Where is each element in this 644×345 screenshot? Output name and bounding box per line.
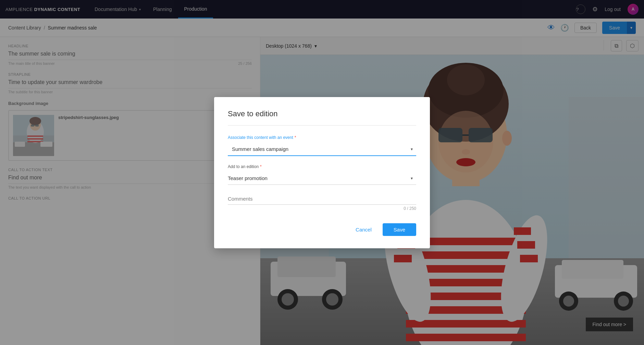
event-field-label: Associate this content with an event *	[228, 135, 416, 140]
event-select-wrapper: Summer sales campaign Winter campaign Bl…	[228, 143, 416, 156]
edition-select[interactable]: Teaser promotion Main promotion Closing …	[228, 172, 416, 185]
edition-required: *	[260, 164, 262, 169]
comments-counter: 0 / 250	[228, 206, 416, 211]
cancel-button[interactable]: Cancel	[350, 223, 377, 236]
edition-select-wrapper: Teaser promotion Main promotion Closing …	[228, 172, 416, 185]
edition-field-label: Add to an edition *	[228, 164, 416, 169]
edition-field: Add to an edition * Teaser promotion Mai…	[228, 164, 416, 185]
comments-input[interactable]	[228, 193, 416, 205]
event-field: Associate this content with an event * S…	[228, 135, 416, 156]
modal-title: Save to edition	[228, 109, 416, 126]
event-required: *	[295, 135, 296, 140]
save-button[interactable]: Save	[383, 223, 416, 236]
comments-field: 0 / 250	[228, 193, 416, 211]
event-select[interactable]: Summer sales campaign Winter campaign Bl…	[228, 143, 416, 156]
modal-overlay: Save to edition Associate this content w…	[0, 0, 644, 345]
modal-actions: Cancel Save	[228, 223, 416, 236]
save-to-edition-modal: Save to edition Associate this content w…	[214, 97, 430, 248]
